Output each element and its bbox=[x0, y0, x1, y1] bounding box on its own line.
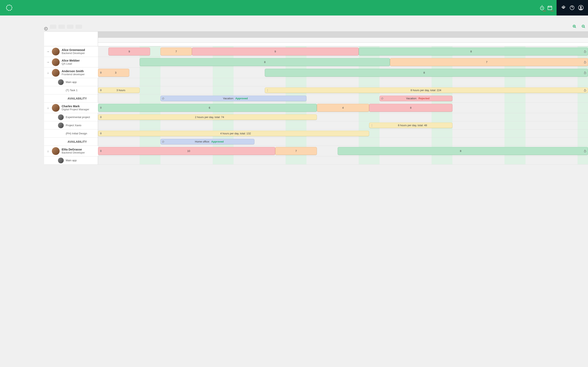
gantt-row-track[interactable]: Home office: Approved bbox=[98, 138, 588, 146]
avatar bbox=[52, 104, 60, 112]
user-icon[interactable] bbox=[578, 5, 584, 10]
child-label: (T) Task 1 bbox=[66, 89, 78, 92]
gantt-bar[interactable]: 8 bbox=[338, 147, 588, 155]
gantt-bar[interactable]: Home office: Approved bbox=[160, 139, 254, 144]
project-avatar bbox=[58, 123, 64, 128]
header-right bbox=[535, 0, 588, 16]
header-controls bbox=[557, 0, 588, 16]
gantt-bar[interactable]: 9 bbox=[192, 48, 359, 55]
gantt-area: →Alice GreenwoodBackend Developer→Alice … bbox=[44, 22, 588, 165]
gantt-bar[interactable]: Vacation: Approved bbox=[160, 96, 306, 101]
child-label: Project Xaxio bbox=[66, 124, 81, 127]
status-badge: Rejected bbox=[419, 97, 430, 100]
expand-toggle-icon[interactable]: ↓ bbox=[46, 149, 50, 153]
person-name: Alice Greenwood bbox=[62, 48, 85, 52]
gantt-row-track[interactable] bbox=[98, 78, 588, 86]
person-role: QA Lead bbox=[62, 62, 80, 65]
person-name: Charles Mark bbox=[62, 105, 89, 108]
collapse-all-button[interactable] bbox=[76, 25, 82, 29]
gantt-timeline[interactable]: 979887383 hours⋮8 hours per day, total: … bbox=[98, 32, 588, 165]
ban-icon bbox=[162, 97, 164, 100]
availability-label: AVAILABILITY bbox=[44, 138, 98, 146]
gantt-bar[interactable]: 2 hours per day, total: 74 bbox=[98, 114, 317, 120]
expand-toggle-icon[interactable]: → bbox=[46, 60, 50, 64]
filter-sidebar bbox=[0, 22, 44, 165]
calendar-badge[interactable] bbox=[547, 5, 553, 10]
timer-count bbox=[543, 11, 546, 11]
gantt-row-track[interactable]: 1078 bbox=[98, 146, 588, 156]
logo[interactable] bbox=[0, 5, 20, 11]
gantt-bar[interactable]: 4 bbox=[317, 104, 369, 112]
project-avatar bbox=[58, 158, 64, 163]
pin-icon bbox=[99, 132, 102, 135]
child-label: (PH) Initial Design bbox=[66, 132, 87, 135]
avatar bbox=[52, 69, 60, 77]
gantt-bar[interactable]: 8 bbox=[369, 104, 453, 112]
gantt-row-track[interactable]: 648 bbox=[98, 103, 588, 113]
gantt-bar[interactable]: 6 bbox=[98, 104, 317, 112]
gantt-bar[interactable]: 7 bbox=[160, 48, 192, 55]
avatar bbox=[52, 147, 60, 155]
gantt-bar[interactable]: 7 bbox=[275, 147, 317, 155]
person-role: Backend Developer bbox=[62, 151, 85, 154]
child-label: Experimental project bbox=[66, 116, 90, 119]
gantt-toolbar bbox=[44, 22, 588, 31]
drag-handle-icon[interactable]: ⋮ bbox=[266, 89, 269, 92]
gantt-bar[interactable]: ⋮8 hours per day, total: 48 bbox=[369, 123, 453, 128]
child-label: Main app bbox=[66, 81, 77, 83]
gantt-bar[interactable]: Vacation: Rejected bbox=[380, 96, 452, 101]
thumb-icon bbox=[583, 150, 587, 153]
gantt-bar[interactable]: 8 bbox=[359, 48, 588, 55]
gantt-bar[interactable]: 3 hours bbox=[98, 87, 140, 93]
pin-icon bbox=[99, 106, 102, 109]
pin-icon bbox=[99, 71, 102, 74]
gantt-bar[interactable]: 9 bbox=[108, 48, 150, 55]
expand-toggle-icon[interactable]: → bbox=[46, 50, 50, 53]
main-content: →Alice GreenwoodBackend Developer→Alice … bbox=[0, 22, 588, 165]
gantt-bar[interactable]: 7 bbox=[390, 58, 588, 66]
zoom-out-button[interactable] bbox=[581, 25, 586, 29]
svg-point-6 bbox=[44, 27, 48, 30]
thumb-icon bbox=[583, 71, 587, 75]
gantt-row-track[interactable]: 87 bbox=[98, 57, 588, 67]
gantt-bar[interactable]: 8 bbox=[140, 58, 390, 66]
help-icon[interactable] bbox=[570, 5, 575, 10]
person-role: Backend Developer bbox=[62, 52, 85, 55]
gantt-bar[interactable]: 3 bbox=[98, 69, 129, 77]
thumb-icon bbox=[583, 60, 587, 64]
pin-icon bbox=[99, 150, 102, 152]
gantt-left-column: →Alice GreenwoodBackend Developer→Alice … bbox=[44, 32, 98, 165]
child-label: Main app bbox=[66, 159, 77, 162]
gantt-row-track[interactable]: ⋮8 hours per day, total: 48 bbox=[98, 121, 588, 129]
timer-badge[interactable] bbox=[539, 5, 545, 10]
name-column-header bbox=[44, 32, 98, 46]
status-badge: Approved bbox=[211, 140, 224, 143]
gantt-row-track[interactable] bbox=[98, 156, 588, 165]
expand-all-button[interactable] bbox=[67, 25, 73, 29]
expand-toggle-icon[interactable]: ↓ bbox=[46, 71, 50, 75]
gantt-row-track[interactable]: 9798 bbox=[98, 46, 588, 57]
gantt-bar[interactable]: 8 bbox=[265, 69, 588, 77]
zoom-controls bbox=[572, 25, 586, 29]
thumb-icon bbox=[583, 89, 587, 92]
drag-handle-icon[interactable]: ⋮ bbox=[371, 124, 373, 127]
person-role: Digital Project Manager bbox=[62, 108, 89, 111]
gantt-row-track[interactable]: 3 hours⋮8 hours per day, total: 224 bbox=[98, 86, 588, 94]
logo-icon bbox=[6, 5, 12, 11]
gantt-row-track[interactable]: 2 hours per day, total: 74 bbox=[98, 113, 588, 121]
month-backward-button[interactable] bbox=[50, 25, 56, 29]
gantt-row-track[interactable]: 38 bbox=[98, 67, 588, 78]
gantt-bar[interactable]: 10 bbox=[98, 147, 275, 155]
gantt-row-track[interactable]: Vacation: ApprovedVacation: Rejected bbox=[98, 94, 588, 103]
month-forward-button[interactable] bbox=[58, 25, 65, 29]
header-badges bbox=[535, 5, 557, 10]
gantt-bar[interactable]: ⋮8 hours per day, total: 224 bbox=[265, 87, 588, 93]
sidebar-collapse-icon[interactable] bbox=[44, 27, 48, 31]
gantt-row-track[interactable]: 4 hours per day, total: 132 bbox=[98, 129, 588, 138]
gantt-bar[interactable]: 4 hours per day, total: 132 bbox=[98, 131, 369, 136]
expand-toggle-icon[interactable]: ↓ bbox=[46, 106, 50, 110]
gear-icon[interactable] bbox=[561, 5, 566, 10]
project-avatar bbox=[58, 79, 64, 85]
zoom-in-button[interactable] bbox=[572, 25, 577, 29]
person-name: Elita DeGrasse bbox=[62, 148, 85, 151]
